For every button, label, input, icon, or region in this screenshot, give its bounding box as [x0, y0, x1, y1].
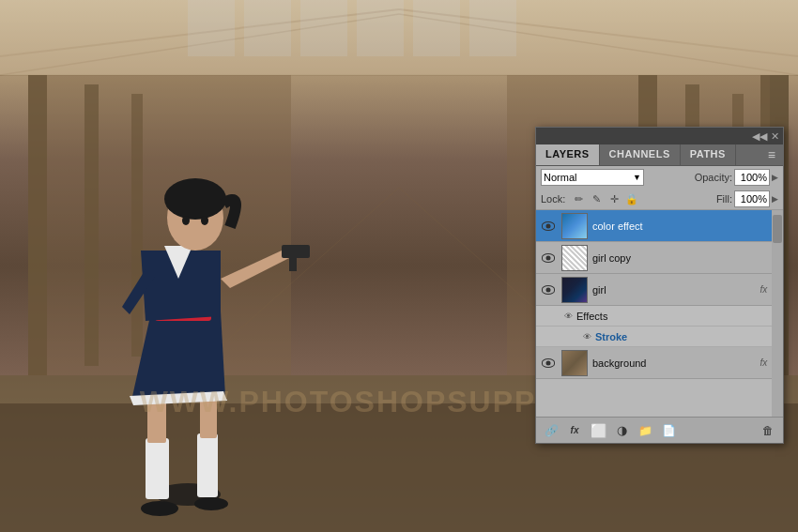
eye-icon-girl-copy: [542, 253, 555, 263]
panel-close-icon[interactable]: ✕: [771, 130, 779, 143]
tab-layers[interactable]: LAYERS: [536, 144, 600, 165]
lock-row: Lock: ✏ ✎ ✛ 🔒 Fill: 100% ▶: [536, 189, 783, 210]
sub-layer-stroke: 👁 Stroke: [536, 327, 783, 347]
layer-thumb-girl: [561, 277, 588, 303]
svg-rect-37: [289, 258, 297, 271]
add-adjustment-button[interactable]: ◑: [611, 421, 632, 440]
layer-color-effect[interactable]: color effect: [536, 210, 783, 242]
svg-point-39: [201, 216, 208, 225]
svg-point-38: [182, 216, 190, 225]
layer-name-background: background: [592, 357, 758, 369]
eye-icon-girl: [542, 285, 555, 295]
panel-toolbar: 🔗 fx ⬜ ◑ 📁 📄 🗑: [536, 417, 783, 443]
lock-pixels-icon[interactable]: ✏: [571, 191, 586, 206]
layer-name-girl-copy: girl copy: [592, 252, 779, 264]
eye-icon-background: [542, 358, 555, 368]
fill-arrow[interactable]: ▶: [772, 194, 778, 204]
layers-empty-space: [536, 379, 783, 417]
blend-dropdown-arrow: ▼: [633, 173, 641, 182]
layer-visibility-color-effect[interactable]: [540, 218, 557, 235]
layer-name-color-effect: color effect: [592, 220, 779, 232]
lock-all-icon[interactable]: 🔒: [624, 191, 639, 206]
add-mask-button[interactable]: ⬜: [588, 421, 608, 440]
fill-input[interactable]: 100%: [734, 190, 770, 207]
layer-background[interactable]: background fx ▼: [536, 347, 783, 379]
blend-opacity-row: Normal ▼ Opacity: 100% ▶: [536, 166, 783, 189]
effects-group: 👁 Effects: [564, 311, 607, 322]
layer-thumb-girl-copy: [561, 245, 588, 271]
tab-channels[interactable]: CHANNELS: [600, 144, 681, 165]
lock-position-icon[interactable]: ✛: [606, 191, 622, 206]
layer-visibility-girl-copy[interactable]: [540, 250, 557, 266]
tab-paths[interactable]: PATHS: [681, 144, 736, 165]
layer-thumb-color-effect: [561, 213, 588, 239]
stroke-eye-icon[interactable]: 👁: [583, 332, 591, 342]
fill-control: Fill: 100% ▶: [716, 190, 778, 207]
layers-container: color effect girl copy girl fx ▼ 👁 Effec…: [536, 210, 783, 417]
panel-tab-bar: LAYERS CHANNELS PATHS ≡: [536, 144, 783, 166]
scroll-thumb[interactable]: [773, 215, 782, 243]
effects-label: Effects: [576, 311, 607, 322]
delete-layer-button[interactable]: 🗑: [758, 421, 778, 440]
opacity-input[interactable]: 100%: [734, 169, 770, 186]
fill-label: Fill:: [716, 193, 732, 205]
layer-girl-copy[interactable]: girl copy: [536, 242, 783, 274]
blend-mode-select[interactable]: Normal ▼: [541, 169, 644, 186]
svg-rect-36: [282, 245, 310, 258]
svg-point-27: [141, 501, 178, 516]
new-layer-button[interactable]: 📄: [658, 421, 679, 440]
opacity-label: Opacity:: [695, 172, 732, 183]
panel-header-bar: ◀◀ ✕: [536, 128, 783, 144]
layer-thumb-background: [561, 350, 588, 376]
panel-collapse-icon[interactable]: ◀◀: [752, 130, 767, 143]
svg-rect-30: [197, 433, 218, 497]
lock-image-icon[interactable]: ✎: [589, 191, 604, 206]
sub-layer-effects: 👁 Effects: [536, 306, 783, 327]
opacity-arrow[interactable]: ▶: [772, 173, 778, 182]
panel-menu-icon[interactable]: ≡: [760, 144, 783, 165]
layer-girl[interactable]: girl fx ▼: [536, 274, 783, 306]
stroke-group: 👁 Stroke: [583, 331, 627, 342]
layers-scrollbar[interactable]: [772, 210, 783, 417]
layer-visibility-girl[interactable]: [540, 281, 557, 298]
opacity-control: Opacity: 100% ▶: [695, 169, 778, 186]
svg-point-35: [164, 178, 226, 220]
svg-rect-29: [146, 438, 169, 499]
svg-point-28: [194, 497, 228, 510]
link-layers-button[interactable]: 🔗: [541, 421, 561, 440]
lock-label: Lock:: [541, 193, 565, 205]
layer-name-girl: girl: [592, 284, 758, 296]
layer-fx-button[interactable]: fx: [564, 421, 585, 440]
effects-eye-icon[interactable]: 👁: [564, 312, 573, 321]
girl-figure: [56, 44, 319, 532]
eye-icon-color-effect: [542, 221, 555, 231]
layer-visibility-background[interactable]: [540, 355, 557, 372]
layers-panel: ◀◀ ✕ LAYERS CHANNELS PATHS ≡ Normal ▼ Op…: [535, 127, 784, 444]
group-button[interactable]: 📁: [635, 421, 655, 440]
stroke-label: Stroke: [595, 331, 627, 342]
